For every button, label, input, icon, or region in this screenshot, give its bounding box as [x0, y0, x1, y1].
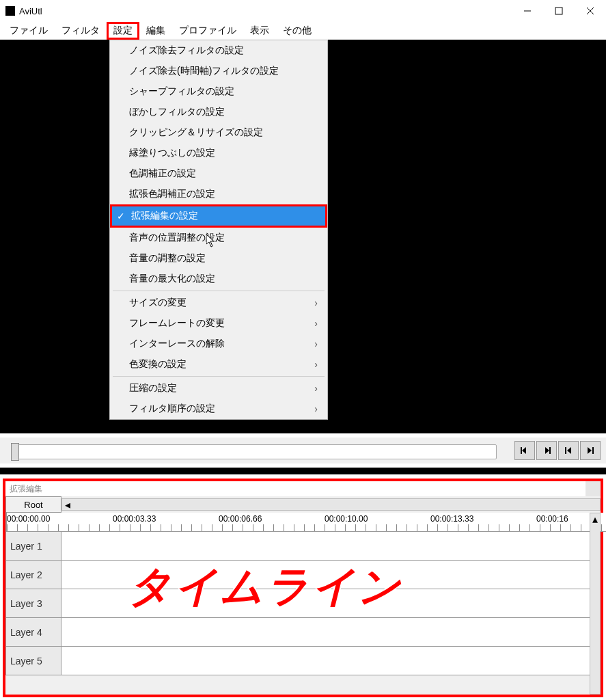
menu-item-resize[interactable]: サイズの変更›: [110, 293, 327, 313]
chevron-right-icon: ›: [314, 338, 327, 349]
layer-track[interactable]: [61, 647, 601, 675]
menubar: ファイル フィルタ 設定 編集 プロファイル 表示 その他: [0, 22, 606, 40]
divider: [0, 468, 606, 474]
menu-file[interactable]: ファイル: [3, 22, 55, 40]
menu-item-sharp-filter[interactable]: シャープフィルタの設定: [110, 81, 327, 102]
menu-separator: [113, 376, 325, 377]
menu-item-deinterlace[interactable]: インターレースの解除›: [110, 334, 327, 354]
menu-view[interactable]: 表示: [243, 22, 276, 40]
layer-track[interactable]: [61, 589, 601, 618]
menu-item-ext-color-correct[interactable]: 拡張色調補正の設定: [110, 184, 327, 204]
time-ruler[interactable]: 00:00:00.00 00:00:03.33 00:00:06.66 00:0…: [7, 513, 606, 532]
layer-label[interactable]: Layer 5: [5, 647, 61, 675]
timeline-window: 拡張編集 Root ◂ 00:00:00.00 00:00:03.33 00:0…: [3, 479, 603, 697]
timeline-titlebar: 拡張編集: [5, 481, 601, 496]
window-title: AviUtl: [19, 6, 512, 16]
menu-item-audio-pos[interactable]: 音声の位置調整の設定: [110, 228, 327, 248]
check-icon: ✓: [112, 211, 130, 221]
minimize-button[interactable]: [512, 0, 543, 22]
scroll-left-icon[interactable]: ◂: [62, 499, 73, 510]
scroll-up-icon[interactable]: ▴: [590, 513, 600, 524]
app-icon: [5, 6, 15, 16]
layer-track[interactable]: [61, 618, 601, 647]
layer-label[interactable]: Layer 2: [5, 561, 61, 589]
menu-item-filter-order[interactable]: フィルタ順序の設定›: [110, 399, 327, 419]
hscrollbar[interactable]: ◂: [61, 498, 601, 511]
timestamp: 00:00:06.66: [219, 514, 325, 524]
menu-item-volume[interactable]: 音量の調整の設定: [110, 248, 327, 269]
step-back-button[interactable]: [514, 441, 535, 460]
menu-separator: [113, 291, 325, 291]
titlebar: AviUtl: [0, 0, 606, 22]
menu-item-color-convert[interactable]: 色変換の設定›: [110, 354, 327, 375]
root-cell[interactable]: Root: [5, 496, 61, 513]
menu-item-framerate[interactable]: フレームレートの変更›: [110, 313, 327, 334]
go-start-button[interactable]: [558, 441, 579, 460]
menu-item-compression[interactable]: 圧縮の設定›: [110, 378, 327, 399]
timeline-title: 拡張編集: [10, 483, 42, 495]
step-forward-button[interactable]: [536, 441, 557, 460]
menu-other[interactable]: その他: [276, 22, 318, 40]
timestamp: 00:00:13.33: [430, 514, 536, 524]
menu-edit[interactable]: 編集: [139, 22, 172, 40]
chevron-right-icon: ›: [314, 383, 327, 394]
seek-thumb[interactable]: [11, 443, 19, 461]
layer-track[interactable]: [61, 561, 601, 589]
seek-bar: [0, 438, 606, 463]
timestamp: 00:00:00.00: [7, 514, 113, 524]
chevron-right-icon: ›: [314, 403, 327, 414]
menu-item-noise-filter[interactable]: ノイズ除去フィルタの設定: [110, 40, 327, 61]
maximize-button[interactable]: [543, 0, 575, 22]
menu-item-ext-edit[interactable]: ✓拡張編集の設定: [110, 204, 327, 228]
menu-settings[interactable]: 設定: [107, 22, 139, 40]
menu-item-volume-max[interactable]: 音量の最大化の設定: [110, 269, 327, 289]
chevron-right-icon: ›: [314, 318, 327, 329]
menu-item-blur-filter[interactable]: ぼかしフィルタの設定: [110, 102, 327, 122]
menu-item-color-correct[interactable]: 色調補正の設定: [110, 163, 327, 184]
layer-label[interactable]: Layer 3: [5, 589, 61, 618]
menu-profile[interactable]: プロファイル: [172, 22, 243, 40]
vscrollbar[interactable]: ▴: [590, 513, 601, 695]
settings-dropdown: ノイズ除去フィルタの設定 ノイズ除去(時間軸)フィルタの設定 シャープフィルタの…: [109, 40, 328, 420]
layer-label[interactable]: Layer 1: [5, 532, 61, 561]
timestamp: 00:00:03.33: [113, 514, 219, 524]
timeline-close-button[interactable]: [586, 481, 601, 496]
chevron-right-icon: ›: [314, 359, 327, 370]
menu-filter[interactable]: フィルタ: [55, 22, 107, 40]
menu-item-noise-time-filter[interactable]: ノイズ除去(時間軸)フィルタの設定: [110, 61, 327, 81]
menu-item-border-fill[interactable]: 縁塗りつぶしの設定: [110, 143, 327, 163]
divider: [0, 427, 606, 433]
svg-rect-1: [555, 8, 562, 14]
layer-label[interactable]: Layer 4: [5, 618, 61, 647]
cursor-icon: [206, 234, 217, 248]
timestamp: 00:00:10.00: [325, 514, 430, 524]
go-end-button[interactable]: [580, 441, 601, 460]
menu-item-clip-resize[interactable]: クリッピング＆リサイズの設定: [110, 122, 327, 143]
close-button[interactable]: [575, 0, 606, 22]
layer-track[interactable]: [61, 532, 601, 561]
seek-track[interactable]: [11, 444, 497, 459]
chevron-right-icon: ›: [314, 297, 327, 308]
